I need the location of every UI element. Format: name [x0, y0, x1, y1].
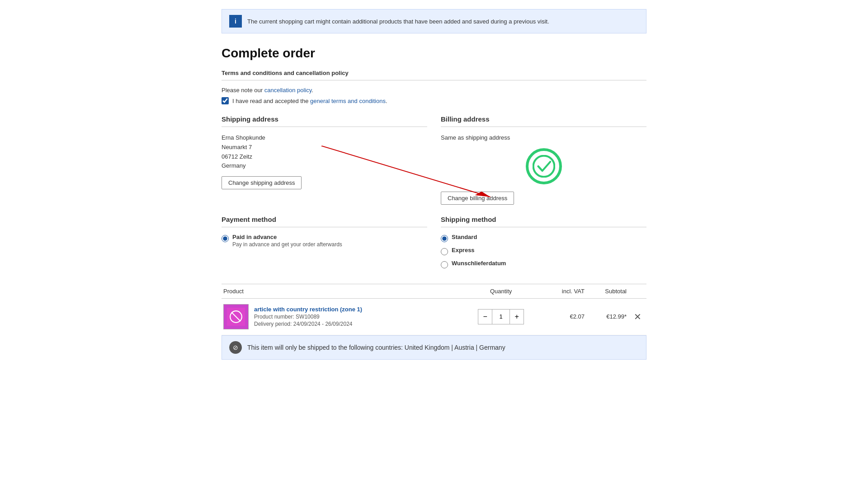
- shipping-address-title: Shipping address: [222, 115, 427, 123]
- billing-address-section: Billing address Same as shipping address…: [441, 115, 646, 205]
- table-row: article with country restriction (zone 1…: [222, 298, 646, 335]
- terms-checkbox[interactable]: [222, 97, 229, 104]
- terms-checkbox-row: I have read and accepted the general ter…: [222, 97, 646, 104]
- info-icon: i: [229, 15, 242, 28]
- terms-link[interactable]: general terms and conditions: [310, 98, 386, 104]
- remove-product-button[interactable]: ✕: [632, 310, 643, 324]
- shipping-street: Neumarkt 7: [222, 143, 427, 152]
- shipping-radio-standard[interactable]: [441, 235, 448, 242]
- terms-divider: [222, 80, 646, 80]
- quantity-input[interactable]: [492, 310, 510, 324]
- shipping-radio-wunschlieferdatum[interactable]: [441, 261, 448, 268]
- shipping-option-standard: Standard: [441, 234, 646, 242]
- incl-vat-cell: €2.07: [542, 298, 586, 335]
- payment-method-title: Payment method: [222, 216, 427, 223]
- quantity-increase-button[interactable]: +: [510, 310, 524, 324]
- change-shipping-address-button[interactable]: Change shipping address: [222, 176, 302, 189]
- shipping-label-standard: Standard: [452, 234, 477, 240]
- info-banner-text: The current shopping cart might contain …: [247, 18, 549, 25]
- col-header-incl-vat: incl. VAT: [542, 284, 586, 298]
- billing-divider: [441, 127, 646, 127]
- quantity-decrease-button[interactable]: −: [478, 310, 492, 324]
- warning-banner: ⊘ This item will only be shipped to the …: [222, 335, 646, 360]
- col-header-subtotal: Subtotal: [586, 284, 628, 298]
- cancellation-policy-link[interactable]: cancellation policy: [264, 87, 312, 94]
- success-checkmark-icon: [526, 148, 562, 184]
- product-delivery: Delivery period: 24/09/2024 - 26/09/2024: [254, 321, 362, 327]
- billing-address-info: Same as shipping address: [441, 133, 646, 143]
- terms-section-title: Terms and conditions and cancellation po…: [222, 70, 646, 76]
- shipping-option-express: Express: [441, 247, 646, 255]
- page-title: Complete order: [222, 46, 646, 61]
- shipping-country: Germany: [222, 161, 427, 171]
- warning-icon: ⊘: [229, 341, 242, 354]
- billing-same-as-shipping: Same as shipping address: [441, 133, 646, 143]
- payment-sublabel-paid-in-advance: Pay in advance and get your order afterw…: [232, 241, 342, 248]
- shipping-radio-express[interactable]: [441, 248, 448, 255]
- change-billing-address-button[interactable]: Change billing address: [441, 192, 514, 205]
- shipping-method-title: Shipping method: [441, 216, 646, 223]
- product-cell: article with country restriction (zone 1…: [222, 298, 459, 335]
- subtotal-cell: €12.99*: [586, 298, 628, 335]
- info-banner: i The current shopping cart might contai…: [222, 9, 646, 33]
- col-header-quantity: Quantity: [459, 284, 542, 298]
- terms-section: Terms and conditions and cancellation po…: [222, 70, 646, 104]
- terms-checkbox-label: I have read and accepted the general ter…: [232, 98, 387, 104]
- product-thumbnail: [223, 304, 249, 329]
- payment-shipping-section: Payment method Paid in advance Pay in ad…: [222, 216, 646, 273]
- quantity-control: − +: [478, 309, 524, 324]
- product-table: Product Quantity incl. VAT Subtotal: [222, 284, 646, 335]
- shipping-label-express: Express: [452, 247, 475, 253]
- shipping-name: Erna Shopkunde: [222, 133, 427, 143]
- warning-banner-text: This item will only be shipped to the fo…: [247, 344, 505, 351]
- product-number: Product number: SW10089: [254, 314, 362, 320]
- payment-divider: [222, 227, 427, 227]
- billing-address-title: Billing address: [441, 115, 646, 123]
- product-info: article with country restriction (zone 1…: [223, 304, 458, 329]
- shipping-city: 06712 Zeitz: [222, 152, 427, 162]
- cancellation-note: Please note our cancellation policy.: [222, 87, 646, 94]
- product-details: article with country restriction (zone 1…: [254, 306, 362, 327]
- shipping-method-divider: [441, 227, 646, 227]
- product-name-link[interactable]: article with country restriction (zone 1…: [254, 306, 362, 313]
- shipping-divider: [222, 127, 427, 127]
- shipping-option-wunschlieferdatum: Wunschlieferdatum: [441, 260, 646, 268]
- shipping-method-section: Shipping method Standard Express Wunschl…: [441, 216, 646, 273]
- remove-cell: ✕: [628, 298, 646, 335]
- payment-label-paid-in-advance: Paid in advance: [232, 234, 342, 240]
- address-section: Shipping address Erna Shopkunde Neumarkt…: [222, 115, 646, 205]
- quantity-cell: − +: [459, 298, 542, 335]
- svg-point-0: [533, 155, 554, 177]
- payment-radio-paid-in-advance[interactable]: [222, 235, 229, 242]
- payment-method-section: Payment method Paid in advance Pay in ad…: [222, 216, 427, 273]
- col-header-product: Product: [222, 284, 459, 298]
- payment-option-paid-in-advance: Paid in advance Pay in advance and get y…: [222, 234, 427, 248]
- shipping-label-wunschlieferdatum: Wunschlieferdatum: [452, 260, 506, 267]
- success-icon-wrapper: [441, 148, 646, 184]
- shipping-address-section: Shipping address Erna Shopkunde Neumarkt…: [222, 115, 427, 205]
- shipping-address-info: Erna Shopkunde Neumarkt 7 06712 Zeitz Ge…: [222, 133, 427, 171]
